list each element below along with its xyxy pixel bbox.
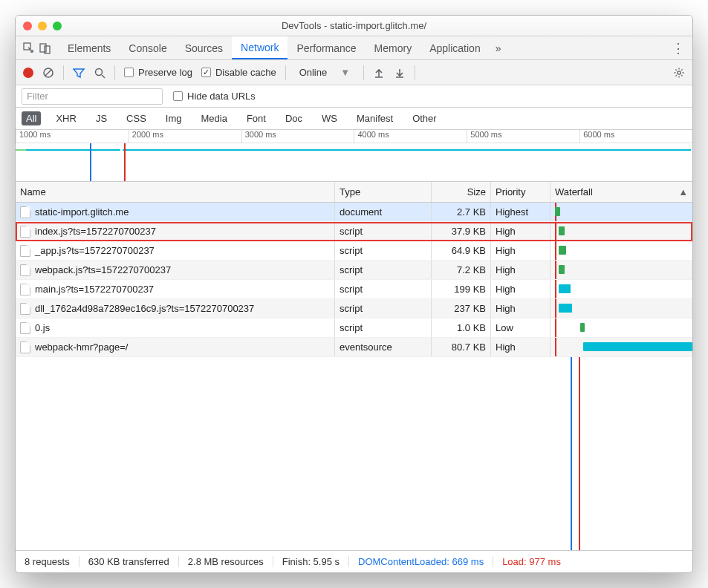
tabs-overflow-icon[interactable]: »	[490, 42, 507, 54]
overview-timeline[interactable]: 1000 ms2000 ms3000 ms4000 ms5000 ms6000 …	[16, 130, 692, 182]
table-row[interactable]: dll_1762a4d98a7289ec16c9.js?ts=157227070…	[16, 299, 692, 318]
clear-icon[interactable]	[42, 67, 54, 79]
request-waterfall	[551, 203, 692, 221]
tab-elements[interactable]: Elements	[59, 36, 120, 59]
timeline-tick: 4000 ms	[354, 130, 467, 143]
request-size: 2.7 KB	[432, 203, 491, 221]
download-har-icon[interactable]	[394, 67, 406, 79]
tab-application[interactable]: Application	[420, 36, 490, 59]
request-type: script	[335, 241, 432, 260]
request-size: 64.9 KB	[432, 241, 491, 260]
request-priority: High	[491, 338, 551, 356]
device-toolbar-icon[interactable]	[39, 42, 51, 54]
traffic-lights	[16, 22, 62, 30]
table-row[interactable]: static-import.glitch.medocument2.7 KBHig…	[16, 203, 692, 222]
preserve-log-label: Preserve log	[138, 67, 192, 78]
request-name: webpack-hmr?page=/	[35, 342, 128, 353]
svg-point-7	[678, 71, 681, 74]
window-title: DevTools - static-import.glitch.me/	[16, 20, 692, 31]
request-type: script	[335, 280, 432, 298]
col-name[interactable]: Name	[16, 182, 335, 202]
file-icon	[20, 284, 30, 295]
col-waterfall[interactable]: Waterfall ▲	[551, 182, 692, 202]
type-filter-img[interactable]: Img	[161, 111, 186, 125]
request-name: 0.js	[35, 322, 50, 333]
table-row[interactable]: webpack-hmr?page=/eventsource80.7 KBHigh	[16, 338, 692, 357]
more-options-icon[interactable]: ⋮	[664, 40, 692, 56]
status-load: Load: 977 ms	[493, 556, 570, 567]
table-row[interactable]: _app.js?ts=1572270700237script64.9 KBHig…	[16, 241, 692, 261]
type-filter-other[interactable]: Other	[408, 111, 441, 125]
request-waterfall	[551, 299, 692, 318]
filter-icon[interactable]	[73, 67, 85, 79]
tab-network[interactable]: Network	[232, 36, 288, 59]
table-header: Name Type Size Priority Waterfall ▲	[16, 182, 692, 203]
table-row[interactable]: 0.jsscript1.0 KBLow	[16, 318, 692, 338]
minimize-window-button[interactable]	[38, 22, 47, 30]
type-filter-media[interactable]: Media	[196, 111, 231, 125]
request-type: eventsource	[335, 338, 432, 356]
type-filter-js[interactable]: JS	[91, 111, 111, 125]
type-filter-ws[interactable]: WS	[317, 111, 342, 125]
request-waterfall	[551, 318, 692, 337]
sort-indicator-icon: ▲	[678, 186, 688, 197]
request-priority: High	[491, 280, 551, 298]
type-filter-xhr[interactable]: XHR	[51, 111, 80, 125]
type-filter-row: AllXHRJSCSSImgMediaFontDocWSManifestOthe…	[16, 108, 692, 130]
request-name: _app.js?ts=1572270700237	[35, 245, 155, 256]
table-row[interactable]: webpack.js?ts=1572270700237script7.2 KBH…	[16, 261, 692, 280]
request-type: script	[335, 299, 432, 318]
upload-har-icon[interactable]	[373, 67, 385, 79]
settings-gear-icon[interactable]	[673, 67, 685, 79]
record-button[interactable]	[23, 68, 33, 78]
col-priority[interactable]: Priority	[491, 182, 551, 202]
filter-input[interactable]: Filter	[22, 88, 163, 105]
disable-cache-checkbox[interactable]: Disable cache	[201, 67, 276, 78]
status-finish: Finish: 5.95 s	[273, 556, 349, 567]
tab-console[interactable]: Console	[120, 36, 175, 59]
status-domcontentloaded: DOMContentLoaded: 669 ms	[349, 556, 493, 567]
svg-line-4	[45, 70, 51, 76]
request-priority: Low	[491, 318, 551, 337]
status-transferred: 630 KB transferred	[79, 556, 179, 567]
filter-row: Filter Hide data URLs	[16, 85, 692, 108]
type-filter-font[interactable]: Font	[242, 111, 270, 125]
table-row[interactable]: index.js?ts=1572270700237script37.9 KBHi…	[16, 222, 692, 241]
request-waterfall	[551, 338, 692, 356]
request-size: 7.2 KB	[432, 261, 491, 279]
tab-performance[interactable]: Performance	[288, 36, 365, 59]
throttling-select[interactable]: Online ▼	[295, 67, 354, 78]
col-type[interactable]: Type	[335, 182, 432, 202]
requests-table: Name Type Size Priority Waterfall ▲ stat…	[16, 182, 692, 550]
preserve-log-checkbox[interactable]: Preserve log	[124, 67, 192, 78]
timeline-tick: 1000 ms	[16, 130, 129, 143]
search-icon[interactable]	[94, 67, 105, 79]
file-icon	[20, 206, 30, 218]
request-size: 80.7 KB	[432, 338, 491, 356]
status-bar: 8 requests 630 KB transferred 2.8 MB res…	[16, 550, 692, 572]
zoom-window-button[interactable]	[53, 22, 62, 30]
request-name: dll_1762a4d98a7289ec16c9.js?ts=157227070…	[35, 303, 254, 314]
tab-memory[interactable]: Memory	[366, 36, 421, 59]
table-row[interactable]: main.js?ts=1572270700237script199 KBHigh	[16, 280, 692, 299]
inspect-element-icon[interactable]	[23, 42, 35, 54]
type-filter-manifest[interactable]: Manifest	[352, 111, 397, 125]
file-icon	[20, 264, 30, 276]
file-icon	[20, 226, 30, 238]
hide-data-urls-checkbox[interactable]: Hide data URLs	[173, 91, 256, 102]
devtools-window: DevTools - static-import.glitch.me/ Elem…	[15, 15, 693, 573]
request-size: 237 KB	[432, 299, 491, 318]
request-priority: High	[491, 222, 551, 241]
type-filter-css[interactable]: CSS	[122, 111, 151, 125]
request-size: 199 KB	[432, 280, 491, 298]
chevron-down-icon: ▼	[340, 67, 350, 78]
svg-line-6	[102, 75, 105, 78]
type-filter-doc[interactable]: Doc	[281, 111, 307, 125]
col-size[interactable]: Size	[432, 182, 491, 202]
request-name: main.js?ts=1572270700237	[35, 284, 154, 295]
tab-sources[interactable]: Sources	[176, 36, 232, 59]
type-filter-all[interactable]: All	[22, 111, 41, 125]
request-waterfall	[551, 241, 692, 260]
close-window-button[interactable]	[23, 22, 32, 30]
request-name: static-import.glitch.me	[35, 206, 129, 218]
